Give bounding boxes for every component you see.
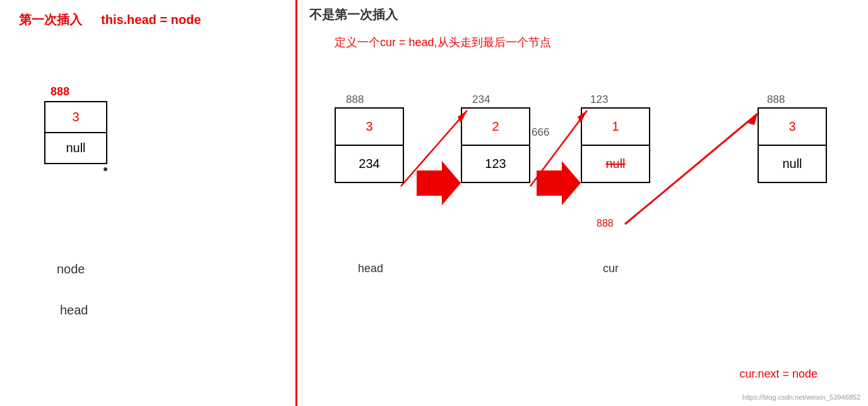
box3-cell2: null (582, 146, 649, 182)
left-title: 第一次插入 this.head = node (19, 11, 201, 28)
watermark: https://blog.csdn.net/weixin_53946852 (742, 393, 860, 401)
arrows-svg (0, 0, 868, 406)
this-head-code: this.head = node (101, 13, 201, 27)
num-label-4: 888 (767, 93, 785, 106)
page: 第一次插入 this.head = node 888 3 null node h… (0, 0, 868, 406)
right-subtitle: 定义一个cur = head,从头走到最后一个节点 (335, 35, 551, 50)
box2-cell2: 123 (462, 146, 529, 182)
arrow2 (537, 161, 581, 205)
arrow1 (417, 161, 461, 205)
box3-cell1: 1 (582, 109, 649, 146)
first-insert-label: 第一次插入 (19, 11, 82, 28)
left-cell-2: null (45, 133, 106, 163)
node-label-left: node (57, 262, 85, 277)
left-node-number: 888 (51, 85, 69, 99)
left-box: 3 null (44, 101, 107, 164)
node-box-2: 2 123 (461, 107, 530, 183)
diag-line-2 (530, 110, 587, 186)
box4-cell1: 3 (759, 109, 826, 146)
box1-cell2: 234 (336, 146, 403, 182)
diag-line-1 (401, 110, 467, 186)
left-node-box: 3 null (44, 101, 107, 164)
head-label-right: head (358, 262, 383, 275)
num-label-3: 123 (590, 93, 608, 106)
num-label-1: 888 (346, 93, 364, 106)
arrow-head-diagonal (748, 114, 758, 125)
head-label-left: head (60, 303, 88, 318)
label-666: 666 (532, 126, 549, 139)
box4-cell2: null (759, 146, 826, 182)
left-dot (104, 167, 107, 171)
cur-label-right: cur (603, 262, 619, 275)
right-title: 不是第一次插入 (309, 6, 398, 23)
vertical-divider (295, 0, 297, 406)
left-cell-1: 3 (45, 102, 106, 133)
cur-next-code: cur.next = node (739, 367, 817, 381)
node-box-4: 3 null (758, 107, 827, 183)
replace-888-label: 888 (597, 218, 614, 229)
node-box-3: 1 null (581, 107, 650, 183)
box2-cell1: 2 (462, 109, 529, 146)
box1-cell1: 3 (336, 109, 403, 146)
node-box-1: 3 234 (335, 107, 404, 183)
num-label-2: 234 (472, 93, 490, 106)
